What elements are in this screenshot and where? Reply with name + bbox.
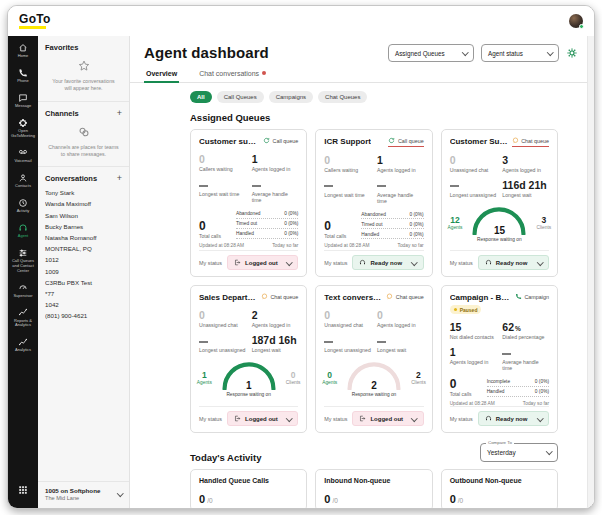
conversation-item[interactable]: C3RBu PBX Test [45, 277, 122, 288]
rail-item-home[interactable]: Home [8, 38, 38, 63]
agent-status-pill[interactable]: Logged out [227, 411, 298, 426]
queue-stat-label: Agents logged in [252, 166, 299, 172]
chevron-down-icon [547, 49, 553, 55]
agent-status-pill[interactable]: Ready now [478, 255, 549, 270]
agent-status-value: Logged out [245, 416, 283, 422]
rail-item-call-queues-contact-center[interactable]: Call Queues and Contact Center [8, 243, 38, 277]
add-conversation-button[interactable]: + [117, 175, 122, 182]
queue-stat-label: Longest wait time [199, 191, 246, 197]
rail-item-analytics[interactable]: Analytics [8, 332, 38, 357]
rail-item-supervisor[interactable]: Supervisor [8, 278, 38, 303]
queue-stat-value: 15 [450, 321, 497, 333]
rail-item-message[interactable]: Message [8, 88, 38, 113]
scrollbar[interactable] [587, 36, 594, 508]
rail-item-agent[interactable]: Agent [8, 218, 38, 243]
breakdown-value: 0 (0%) [410, 222, 424, 227]
filter-chip-call-queues[interactable]: Call Queues [217, 91, 264, 103]
empty-dash [199, 185, 208, 187]
queue-stat-value: 0 [324, 309, 371, 321]
total-calls-label: Total calls [450, 391, 480, 397]
my-status-label: My status [199, 416, 222, 422]
today-card-value: 0/0 [199, 489, 298, 507]
queue-card-title: Sales Departme... [199, 293, 257, 302]
agent-status-pill[interactable]: Logged out [352, 411, 423, 426]
filter-chip-campaigns[interactable]: Campaigns [269, 91, 313, 103]
conversation-item[interactable]: Bucky Barnes [45, 221, 122, 232]
filter-chip-all[interactable]: All [190, 91, 212, 103]
total-breakdown-row: Incomplete0 (0%) [487, 377, 549, 387]
response-gauge: 1 [219, 359, 279, 390]
presence-dot [579, 24, 584, 29]
filter-chip-chat-queues[interactable]: Chat Queues [318, 91, 367, 103]
apps-grid-icon [18, 481, 28, 499]
conversation-item[interactable]: (801) 900-4621 [45, 310, 122, 321]
response-gauge: 15 [469, 204, 529, 235]
left-rail: HomePhoneMessageOpen GoToMeetingVoicemai… [8, 36, 38, 508]
conversation-item[interactable]: 1042 [45, 299, 122, 310]
breakdown-value: 0 (0%) [535, 379, 549, 384]
today-card-title: Outbound Non-queue [450, 477, 549, 484]
breakdown-value: 0 (0%) [284, 231, 298, 236]
headset-icon [485, 415, 492, 422]
my-status-label: My status [324, 260, 347, 266]
favorites-empty-text: Your favorite conversations will appear … [45, 78, 122, 93]
conversation-item[interactable]: 1009 [45, 265, 122, 276]
add-channel-button[interactable]: + [117, 110, 122, 117]
goto-logo: GoTo [19, 13, 51, 29]
phone-icon [18, 68, 28, 78]
tab-chat-conversations[interactable]: Chat conversations [197, 65, 268, 82]
breakdown-value: 0 (0%) [284, 211, 298, 216]
today-card-grid: Handled Queue Calls0/0Inbound Non-queue0… [190, 469, 558, 508]
queue-stat-value [252, 178, 299, 190]
queue-stat-label: Unassigned chat [324, 322, 371, 328]
assigned-queues-select[interactable]: Assigned Queues [388, 44, 474, 62]
agent-status-pill[interactable]: Ready now [352, 255, 423, 270]
queue-card-title: Campaign - Basic [450, 293, 511, 302]
conversation-item[interactable]: Natasha Romanoff [45, 232, 122, 243]
conversation-item[interactable]: Wanda Maximoff [45, 198, 122, 209]
settings-gear-icon[interactable] [566, 47, 578, 59]
rail-item-reports-analytics[interactable]: Reports & Analytics [8, 303, 38, 333]
conversation-item[interactable]: 1012 [45, 254, 122, 265]
apps-grid-button[interactable] [8, 473, 38, 508]
rail-item-label: Reports & Analytics [9, 319, 37, 328]
rail-item-activity[interactable]: Activity [8, 193, 38, 218]
queue-type-label: Chat queue [512, 137, 549, 147]
conversation-item[interactable]: Sam Wilson [45, 210, 122, 221]
call-queue-icon [388, 137, 395, 144]
total-breakdown-row: Timed out0 (0%) [236, 219, 298, 229]
total-breakdown-row: Handled0 (0%) [487, 387, 549, 397]
rail-item-label: Voicemail [14, 159, 31, 164]
rail-item-phone[interactable]: Phone [8, 63, 38, 88]
total-calls-value: 0 [450, 378, 480, 390]
chat-queue-icon [512, 137, 519, 144]
gauge-agents-label: Agents [322, 380, 337, 385]
agent-status-select[interactable]: Agent status [481, 44, 559, 62]
softphone-footer[interactable]: 1005 on Softphone The Mid Lane [38, 481, 129, 508]
compare-to-select[interactable]: Compare To Yesterday [480, 443, 558, 462]
rail-item-voicemail[interactable]: Voicemail [8, 143, 38, 168]
queue-stat: 1Agents logged in [252, 153, 299, 172]
conversation-item[interactable]: MONTREAL, PQ [45, 243, 122, 254]
rail-item-label: Phone [17, 79, 29, 84]
queue-stat-label: Unassigned chat [199, 322, 246, 328]
today-card-title: Inbound Non-queue [324, 477, 423, 484]
agent-status-value: Ready now [496, 260, 534, 266]
agent-status-pill[interactable]: Ready now [478, 411, 549, 426]
user-avatar[interactable] [569, 14, 583, 28]
conversation-item[interactable]: *77 [45, 288, 122, 299]
rail-item-open-gotomeeting[interactable]: Open GoToMeeting [8, 113, 38, 143]
softphone-device: 1005 on Softphone [45, 487, 100, 494]
queue-stat: Average handle time [377, 179, 424, 204]
call-queue-icon [263, 137, 270, 144]
rail-item-contacts[interactable]: Contacts [8, 168, 38, 193]
queue-stat-label: Agents logged in [252, 322, 299, 328]
total-calls-label: Total calls [324, 233, 354, 239]
agent-status-pill[interactable]: Logged out [227, 255, 298, 270]
queue-stat: 62%Dialed percentage [502, 321, 549, 340]
tab-overview[interactable]: Overview [144, 65, 179, 82]
chevron-down-icon [411, 259, 417, 265]
queue-stat-label: Not dialed contacts [450, 334, 497, 340]
conversation-item[interactable]: Tony Stark [45, 187, 122, 198]
breakdown-label: Abandoned [361, 212, 386, 217]
